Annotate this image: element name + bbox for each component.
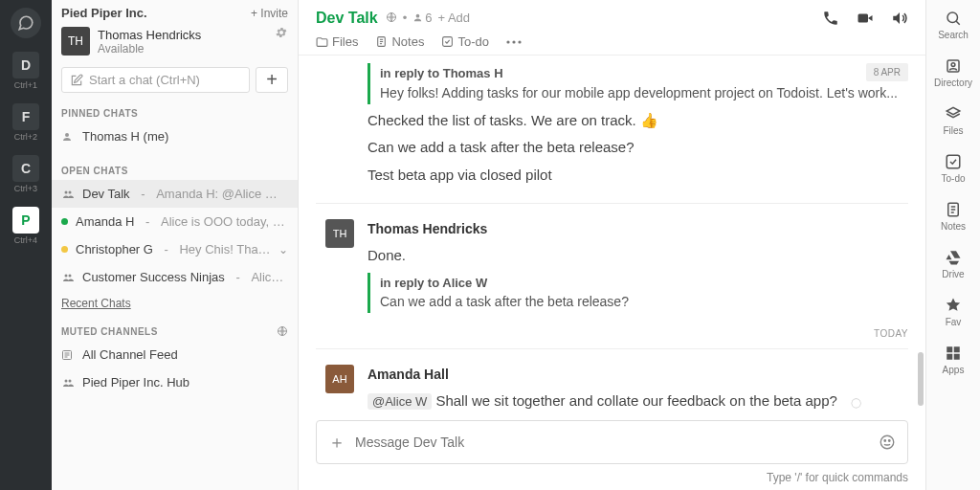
- channel-title[interactable]: Dev Talk: [316, 10, 378, 27]
- call-icon[interactable]: [822, 10, 839, 27]
- attach-icon[interactable]: ＋: [328, 431, 345, 454]
- invite-button[interactable]: + Invite: [251, 7, 288, 20]
- rail-search[interactable]: Search: [938, 10, 969, 40]
- section-pinned: PINNED CHATS: [52, 102, 298, 122]
- author-name[interactable]: Thomas Hendricks: [368, 219, 908, 239]
- feed-icon: [61, 349, 75, 361]
- svg-rect-14: [858, 14, 869, 23]
- gear-icon[interactable]: [275, 26, 288, 39]
- message-text: @Alice W Shall we sit together and colla…: [368, 390, 908, 412]
- divider: [316, 203, 908, 204]
- open-item-csn[interactable]: Customer Success Ninjas - Alice W:: [52, 263, 298, 291]
- video-icon[interactable]: [857, 10, 874, 27]
- rail-notes[interactable]: Notes: [941, 201, 966, 232]
- avatar: TH: [61, 27, 90, 56]
- message-text: Can we add a task after the beta release…: [368, 137, 908, 159]
- workspace-rail: D Ctrl+1 F Ctrl+2 C Ctrl+3 P Ctrl+4: [0, 0, 52, 490]
- workspace-c[interactable]: C Ctrl+3: [12, 155, 39, 193]
- files-icon: [945, 105, 962, 122]
- svg-point-13: [416, 13, 420, 17]
- search-placeholder: Start a chat (Ctrl+N): [89, 73, 200, 87]
- svg-point-26: [947, 12, 958, 23]
- svg-point-0: [65, 133, 69, 137]
- message-composer[interactable]: ＋: [316, 420, 908, 464]
- workspace-p[interactable]: P Ctrl+4: [12, 207, 39, 245]
- rail-directory[interactable]: Directory: [934, 57, 972, 88]
- svg-rect-19: [443, 37, 453, 47]
- avatar[interactable]: TH: [325, 219, 354, 248]
- divider: [316, 348, 908, 349]
- compose-icon: [70, 74, 83, 87]
- add-members-button[interactable]: + Add: [437, 11, 470, 25]
- tab-todo[interactable]: To-do: [441, 34, 489, 49]
- reply-quote[interactable]: in reply to Alice W Can we add a task af…: [368, 273, 908, 314]
- app-logo[interactable]: [11, 8, 41, 38]
- svg-point-22: [518, 40, 521, 43]
- open-item-amanda[interactable]: Amanda H - Alice is OOO today, …: [52, 208, 298, 235]
- add-chat-button[interactable]: +: [256, 67, 288, 93]
- start-chat-input[interactable]: Start a chat (Ctrl+N): [61, 67, 250, 93]
- drive-icon: [945, 249, 962, 266]
- svg-point-2: [69, 190, 72, 193]
- org-name[interactable]: Pied Piper Inc.: [61, 6, 147, 20]
- profile-block[interactable]: TH Thomas Hendricks Available: [52, 24, 298, 63]
- pinned-item-label: Thomas H (me): [82, 129, 168, 144]
- pinned-item-self[interactable]: Thomas H (me): [52, 122, 298, 150]
- presence-icon: [61, 246, 68, 253]
- message-text: Done.: [368, 245, 908, 267]
- open-item-dev-talk[interactable]: Dev Talk - Amanda H: @Alice W …: [52, 180, 298, 208]
- section-open: OPEN CHATS: [52, 160, 298, 180]
- mention-chip[interactable]: @Alice W: [368, 393, 432, 410]
- avatar[interactable]: AH: [325, 365, 354, 393]
- composer-input[interactable]: [355, 434, 869, 450]
- members-icon[interactable]: 6: [412, 11, 432, 25]
- group-icon: [61, 272, 75, 283]
- open-item-christopher[interactable]: Christopher G - Hey Chis! Tha… ⌄: [52, 235, 298, 263]
- message-block: 8 APR in reply to Thomas H Hey folks! Ad…: [316, 56, 908, 197]
- rail-files[interactable]: Files: [943, 105, 963, 136]
- message-scroll[interactable]: 8 APR in reply to Thomas H Hey folks! Ad…: [299, 56, 925, 414]
- svg-point-23: [880, 435, 894, 449]
- rail-apps[interactable]: Apps: [943, 345, 965, 375]
- svg-point-11: [69, 379, 72, 382]
- notes-icon: [945, 201, 962, 218]
- emoji-icon[interactable]: [879, 434, 896, 451]
- author-name[interactable]: Amanda Hall: [368, 365, 908, 385]
- reply-quote[interactable]: in reply to Thomas H Hey folks! Adding t…: [368, 63, 908, 104]
- scrollbar-thumb[interactable]: [918, 352, 924, 406]
- chevron-down-icon[interactable]: ⌄: [278, 243, 288, 256]
- rail-drive[interactable]: Drive: [942, 249, 964, 279]
- svg-rect-37: [947, 354, 952, 360]
- globe-icon: [386, 11, 397, 23]
- workspace-f[interactable]: F Ctrl+2: [12, 103, 39, 142]
- svg-point-25: [889, 440, 891, 442]
- day-separator: TODAY: [316, 324, 908, 343]
- more-icon[interactable]: [506, 40, 522, 44]
- svg-point-1: [65, 190, 68, 193]
- tab-notes[interactable]: Notes: [375, 34, 424, 49]
- workspace-d[interactable]: D Ctrl+1: [12, 52, 39, 90]
- rail-fav[interactable]: Fav: [945, 297, 962, 327]
- profile-status: Available: [98, 42, 201, 56]
- directory-icon: [945, 57, 962, 75]
- sidebar: Pied Piper Inc. + Invite TH Thomas Hendr…: [52, 0, 299, 490]
- star-icon: [945, 297, 962, 314]
- muted-item-feed[interactable]: All Channel Feed: [52, 341, 298, 368]
- group-icon: [61, 377, 75, 389]
- svg-point-20: [506, 40, 509, 43]
- tab-files[interactable]: Files: [316, 34, 358, 49]
- main-pane: Dev Talk • 6 + Add Fil: [299, 0, 926, 490]
- person-icon: [61, 131, 75, 143]
- channel-header: Dev Talk • 6 + Add Fil: [299, 0, 925, 56]
- muted-item-hub[interactable]: Pied Piper Inc. Hub: [52, 368, 298, 396]
- svg-rect-36: [954, 346, 960, 352]
- rail-todo[interactable]: To-do: [941, 153, 965, 184]
- recent-chats-link[interactable]: Recent Chats: [52, 291, 298, 320]
- group-icon: [61, 189, 75, 200]
- date-chip: 8 APR: [866, 63, 908, 81]
- svg-point-29: [951, 63, 955, 67]
- globe-icon[interactable]: [277, 325, 288, 337]
- profile-name: Thomas Hendricks: [98, 28, 201, 42]
- message-block: AH Amanda Hall @Alice W Shall we sit tog…: [316, 355, 908, 414]
- sound-icon[interactable]: [891, 10, 908, 27]
